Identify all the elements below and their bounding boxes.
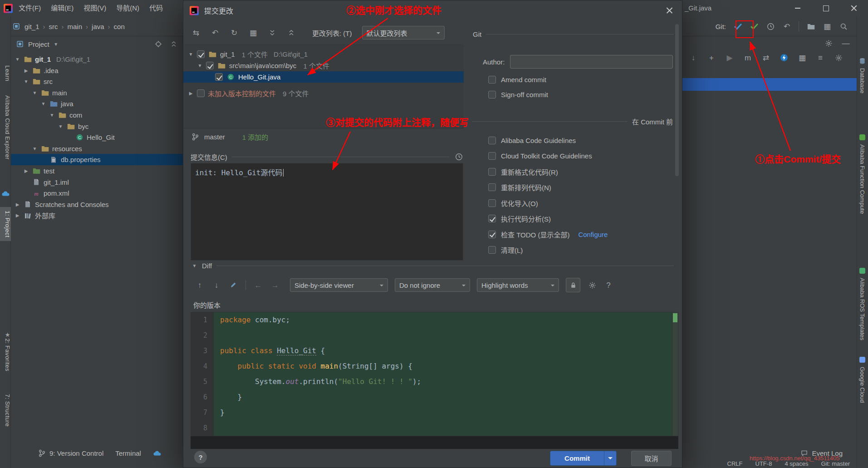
file-checkbox[interactable] xyxy=(197,50,205,58)
layout-windows-icon[interactable]: ▦ xyxy=(823,22,832,31)
tree-chevron-icon[interactable]: ▼ xyxy=(49,113,55,118)
maximize-icon[interactable] xyxy=(812,0,840,16)
project-tree-item[interactable]: db.properties xyxy=(11,154,183,165)
editor-horizontal-scroll-area[interactable] xyxy=(191,436,678,449)
breadcrumb-item[interactable]: con xyxy=(114,23,125,30)
chevron-down-icon[interactable]: ▼ xyxy=(191,263,197,268)
project-tree-item[interactable]: CHello_Git xyxy=(11,132,183,143)
option-label[interactable]: Alibaba Code Guidelines xyxy=(501,137,576,144)
collapse-all-icon[interactable] xyxy=(287,28,296,37)
tree-chevron-icon[interactable]: ▶ xyxy=(15,202,20,207)
changed-file-row[interactable]: ▼git_11 个文件D:\Git\git_1 xyxy=(183,49,464,60)
option-checkbox[interactable] xyxy=(488,152,496,160)
run-icon[interactable]: ▶ xyxy=(725,53,734,62)
previous-difference-icon[interactable]: ↑ xyxy=(195,281,204,290)
left-stripe-tab[interactable]: 1: Project xyxy=(0,207,11,241)
dialog-close-icon[interactable] xyxy=(665,6,674,15)
option-label[interactable]: 重新格式化代码(R) xyxy=(501,167,558,177)
project-tree-item[interactable]: ▶外部库 xyxy=(11,210,183,221)
tree-chevron-icon[interactable]: ▶ xyxy=(15,213,20,218)
hide-icon[interactable]: — xyxy=(841,39,850,48)
rollback-icon[interactable]: ↶ xyxy=(211,28,220,37)
locate-crosshair-icon[interactable] xyxy=(154,39,163,49)
option-checkbox[interactable] xyxy=(488,183,496,191)
option-label[interactable]: 优化导入(O) xyxy=(501,198,538,208)
changelist-dropdown[interactable]: 默认更改列表 xyxy=(362,26,445,39)
breadcrumb-item[interactable]: main xyxy=(68,23,83,30)
highlight-dropdown[interactable]: Highlight words xyxy=(477,278,559,292)
next-change-icon[interactable]: → xyxy=(270,281,280,290)
message-history-icon[interactable] xyxy=(454,153,463,162)
alibaba-cloud-toolkit-icon[interactable] xyxy=(1,189,10,198)
status-item[interactable]: UTF-8 xyxy=(755,460,772,467)
option-checkbox[interactable] xyxy=(488,199,496,207)
tree-chevron-icon[interactable]: ▼ xyxy=(23,79,29,84)
tree-chevron-icon[interactable]: ▼ xyxy=(32,146,38,151)
file-checkbox[interactable] xyxy=(197,89,205,97)
configure-link[interactable]: Configure xyxy=(578,231,608,238)
status-item[interactable]: 4 spaces xyxy=(785,460,808,467)
tree-chevron-icon[interactable]: ▼ xyxy=(197,63,203,68)
tree-chevron-icon[interactable]: ▼ xyxy=(58,124,64,129)
left-stripe-tab[interactable]: Alibaba Cloud Explorer xyxy=(0,92,11,163)
breadcrumb-item[interactable]: git_1 xyxy=(25,23,39,30)
changed-file-row[interactable]: CHello_Git.java xyxy=(183,71,464,83)
project-tree-item[interactable]: ▶Scratches and Consoles xyxy=(11,199,183,210)
tree-chevron-icon[interactable]: ▶ xyxy=(188,91,194,96)
settings-gear-icon[interactable] xyxy=(588,281,597,290)
changed-file-row[interactable]: ▼src\main\java\com\byc1 个文件 xyxy=(183,60,464,71)
tree-chevron-icon[interactable]: ▼ xyxy=(188,52,194,57)
whitespace-dropdown[interactable]: Do not ignore xyxy=(395,278,470,292)
viewer-dropdown[interactable]: Side-by-side viewer xyxy=(290,278,388,292)
help-icon[interactable]: ? xyxy=(604,281,613,290)
option-checkbox[interactable] xyxy=(488,231,496,238)
close-window-icon[interactable] xyxy=(840,0,868,16)
menu-item[interactable]: 编辑(E) xyxy=(46,4,78,12)
settings-gear-icon[interactable] xyxy=(834,53,843,62)
left-stripe-tab[interactable]: ★2: Favorites xyxy=(0,328,11,375)
right-stripe-tab[interactable]: Google Cloud xyxy=(857,355,868,403)
update-check-icon[interactable] xyxy=(733,22,742,31)
option-label[interactable]: Cloud Toolkit Code Guidelines xyxy=(501,152,592,160)
show-diff-icon[interactable]: ⇆ xyxy=(191,28,201,37)
option-label[interactable]: Sign-off commit xyxy=(501,91,548,99)
project-tree-item[interactable]: ▼main xyxy=(11,87,183,99)
project-tree-item[interactable]: ▼git_1D:\Git\git_1 xyxy=(11,54,183,65)
commit-options-arrow[interactable] xyxy=(604,451,616,465)
expand-all-icon[interactable] xyxy=(268,28,277,37)
previous-change-icon[interactable]: ← xyxy=(254,281,263,290)
add-icon[interactable]: + xyxy=(707,53,716,62)
left-stripe-tab[interactable]: 7: Structure xyxy=(0,390,11,430)
status-item[interactable]: Git: master xyxy=(821,460,850,467)
chevron-down-icon[interactable]: ▼ xyxy=(53,42,59,47)
help-button[interactable]: ? xyxy=(194,451,207,463)
tab-version-control[interactable]: 9: Version Control xyxy=(37,449,103,458)
option-label[interactable]: 执行代码分析(S) xyxy=(501,214,551,223)
project-tree-item[interactable]: git_1.iml xyxy=(11,177,183,188)
collapse-icon[interactable]: ≡ xyxy=(816,53,825,62)
option-checkbox[interactable] xyxy=(488,76,496,84)
compare-icon[interactable]: ⇄ xyxy=(761,53,770,62)
author-input[interactable] xyxy=(510,55,673,69)
tree-chevron-icon[interactable]: ▼ xyxy=(15,57,20,62)
project-tree-item[interactable]: ▼src xyxy=(11,76,183,87)
file-checkbox[interactable] xyxy=(206,62,214,69)
option-label[interactable]: 检查 TODO (显示全部) xyxy=(501,230,569,239)
file-checkbox[interactable] xyxy=(215,73,223,81)
status-item[interactable]: CRLF xyxy=(727,460,743,467)
refresh-icon[interactable]: ↻ xyxy=(230,28,239,37)
alibaba-cloud-icon[interactable] xyxy=(153,449,162,458)
tree-chevron-icon[interactable]: ▶ xyxy=(23,68,29,73)
tab-event-log[interactable]: Event Log xyxy=(799,447,843,459)
project-tree-item[interactable]: ▶.idea xyxy=(11,65,183,76)
next-difference-icon[interactable]: ↓ xyxy=(212,281,221,290)
tree-chevron-icon[interactable]: ▼ xyxy=(32,90,38,95)
right-stripe-tab[interactable]: Alibaba ROS Templates xyxy=(857,266,868,340)
search-icon[interactable] xyxy=(839,22,848,31)
grid-icon[interactable]: ▦ xyxy=(798,53,807,62)
diff-editor[interactable]: 1package com.byc;23public class Hello_Gi… xyxy=(191,312,678,436)
settings-gear-icon[interactable] xyxy=(824,39,833,48)
option-checkbox[interactable] xyxy=(488,246,496,254)
maven-icon[interactable]: m xyxy=(743,53,752,62)
rollback-icon[interactable]: ↶ xyxy=(782,22,791,31)
